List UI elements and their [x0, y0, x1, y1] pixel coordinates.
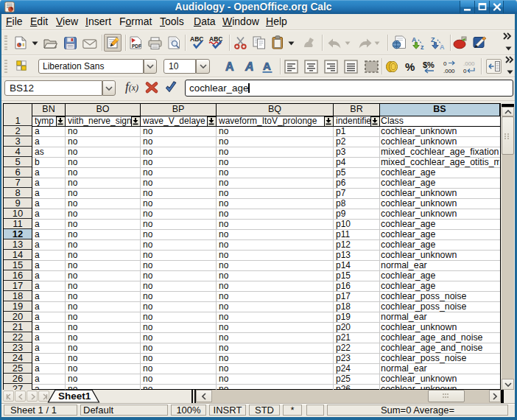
svg-text:%: %	[405, 60, 415, 73]
svg-text:.000: .000	[443, 68, 455, 74]
svg-text:$%: $%	[423, 60, 435, 69]
svg-text:A: A	[412, 36, 417, 43]
svg-text:A: A	[225, 60, 234, 73]
svg-text:z: z	[421, 43, 424, 50]
svg-text:Z: Z	[431, 36, 435, 43]
svg-text:A: A	[263, 60, 271, 72]
svg-text:0: 0	[463, 68, 467, 74]
svg-text:A: A	[440, 43, 445, 50]
svg-text:.000: .000	[463, 60, 475, 67]
svg-text:A: A	[245, 60, 254, 73]
svg-text:PDF: PDF	[132, 43, 141, 49]
svg-text:0: 0	[443, 60, 447, 67]
